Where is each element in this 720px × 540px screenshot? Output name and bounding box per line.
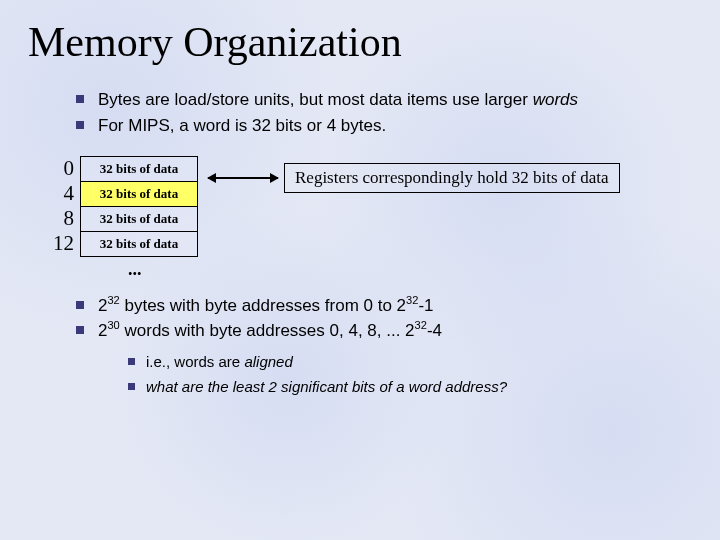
expr-sup: 30 <box>107 320 119 332</box>
memory-cell: 32 bits of data <box>81 156 198 181</box>
address-label: 4 <box>46 181 81 206</box>
slide: Memory Organization Bytes are load/store… <box>0 0 720 540</box>
bullet-item: 232 bytes with byte addresses from 0 to … <box>76 294 692 318</box>
memory-cell: 32 bits of data <box>81 231 198 256</box>
sub-bullet-list: i.e., words are aligned what are the lea… <box>128 351 692 398</box>
bullet-item: For MIPS, a word is 32 bits or 4 bytes. <box>76 114 692 138</box>
memory-cell: 32 bits of data <box>81 206 198 231</box>
top-bullet-list: Bytes are load/store units, but most dat… <box>76 88 692 138</box>
sub-text: i.e., words are <box>146 353 244 370</box>
double-arrow-icon <box>208 177 278 179</box>
expr-tail: -4 <box>427 321 442 340</box>
arrow-connector: Registers correspondingly hold 32 bits o… <box>208 163 620 193</box>
sub-bullet-item: what are the least 2 significant bits of… <box>128 376 692 399</box>
address-label: 0 <box>46 156 81 181</box>
expr-text: bytes with byte addresses from 0 to 2 <box>120 296 406 315</box>
table-row: 12 32 bits of data <box>46 231 198 256</box>
expr-text: words with byte addresses 0, 4, 8, ... 2 <box>120 321 415 340</box>
memory-diagram: 0 32 bits of data 4 32 bits of data 8 32… <box>46 156 692 257</box>
address-label: 12 <box>46 231 81 256</box>
ellipsis-label: ... <box>128 259 692 280</box>
memory-cell-highlighted: 32 bits of data <box>81 181 198 206</box>
expr-sup: 32 <box>415 320 427 332</box>
table-row: 4 32 bits of data <box>46 181 198 206</box>
expr-tail: -1 <box>418 296 433 315</box>
address-label: 8 <box>46 206 81 231</box>
memory-table: 0 32 bits of data 4 32 bits of data 8 32… <box>46 156 198 257</box>
sub-bullet-item: i.e., words are aligned <box>128 351 692 374</box>
table-row: 8 32 bits of data <box>46 206 198 231</box>
italic-word: aligned <box>244 353 292 370</box>
bullet-text: For MIPS, a word is 32 bits or 4 bytes. <box>98 116 386 135</box>
bullet-text: Bytes are load/store units, but most dat… <box>98 90 533 109</box>
table-row: 0 32 bits of data <box>46 156 198 181</box>
expr-sup: 32 <box>107 294 119 306</box>
italic-word: words <box>533 90 578 109</box>
sub-text-italic: what are the least 2 significant bits of… <box>146 378 507 395</box>
expr-sup: 32 <box>406 294 418 306</box>
register-note-box: Registers correspondingly hold 32 bits o… <box>284 163 620 193</box>
bullet-item: Bytes are load/store units, but most dat… <box>76 88 692 112</box>
slide-title: Memory Organization <box>28 18 692 66</box>
bottom-bullet-list: 232 bytes with byte addresses from 0 to … <box>76 294 692 399</box>
bullet-item: 230 words with byte addresses 0, 4, 8, .… <box>76 319 692 398</box>
